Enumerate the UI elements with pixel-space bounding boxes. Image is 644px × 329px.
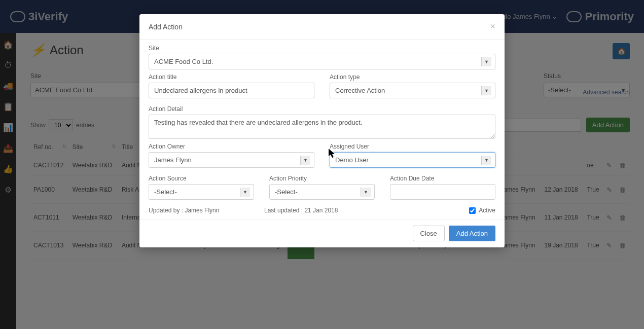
action-title-input[interactable]	[149, 83, 314, 98]
modal-overlay: Add Action × Site Action title Action ty…	[0, 0, 644, 329]
modal-footer: Close Add Action	[139, 219, 505, 247]
action-source-label: Action Source	[149, 175, 254, 182]
action-priority-label: Action Priority	[269, 175, 375, 182]
action-title-label: Action title	[149, 74, 314, 81]
assigned-user-label: Assigned User	[330, 143, 495, 150]
action-owner-select[interactable]	[149, 152, 314, 168]
modal-body: Site Action title Action type Action Det…	[139, 40, 505, 219]
action-type-label: Action type	[330, 74, 495, 81]
add-action-modal: Add Action × Site Action title Action ty…	[139, 14, 505, 247]
action-due-label: Action Due Date	[390, 175, 495, 182]
last-updated-text: Last updated : 21 Jan 2018	[264, 207, 380, 214]
assigned-user-select[interactable]	[330, 152, 495, 168]
action-source-select[interactable]	[149, 184, 254, 200]
action-owner-label: Action Owner	[149, 143, 314, 150]
active-checkbox[interactable]	[469, 207, 476, 214]
updated-by-text: Updated by : James Flynn	[149, 207, 264, 214]
modal-header: Add Action ×	[139, 14, 505, 40]
active-label: Active	[479, 207, 495, 214]
site-select[interactable]	[149, 54, 495, 69]
action-priority-select[interactable]	[269, 184, 375, 200]
action-type-select[interactable]	[330, 83, 495, 98]
action-detail-textarea[interactable]: Testing has revealed that there are unde…	[149, 115, 495, 139]
site-label: Site	[149, 45, 495, 52]
close-button[interactable]: Close	[413, 226, 445, 241]
close-icon[interactable]: ×	[490, 21, 495, 32]
action-detail-label: Action Detail	[149, 105, 495, 113]
action-due-input[interactable]	[390, 184, 495, 200]
modal-title: Add Action	[149, 23, 183, 31]
submit-add-action-button[interactable]: Add Action	[449, 226, 495, 241]
